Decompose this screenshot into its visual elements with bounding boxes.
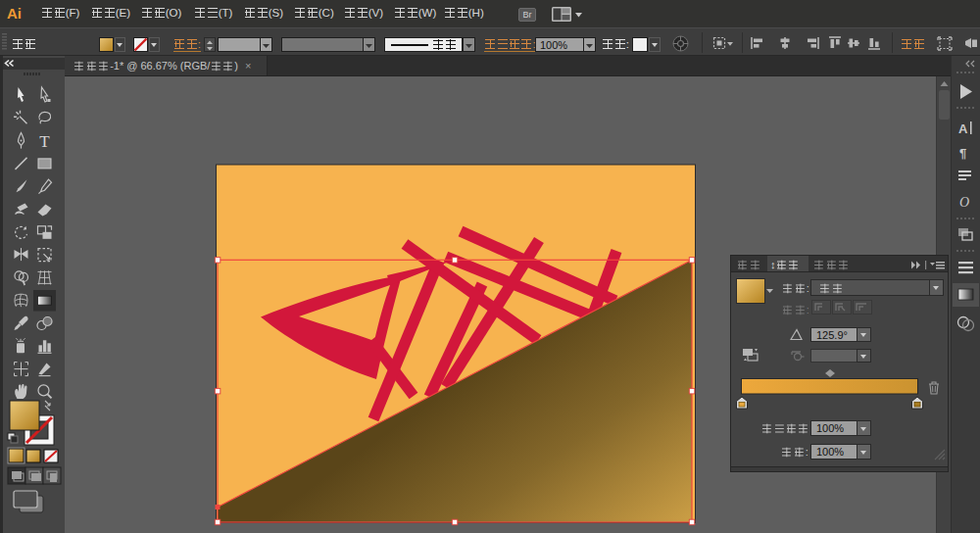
svg-text:¶: ¶ xyxy=(959,146,966,161)
svg-text:A: A xyxy=(958,121,968,136)
svg-text:T: T xyxy=(39,132,50,151)
svg-text:O: O xyxy=(959,195,969,210)
